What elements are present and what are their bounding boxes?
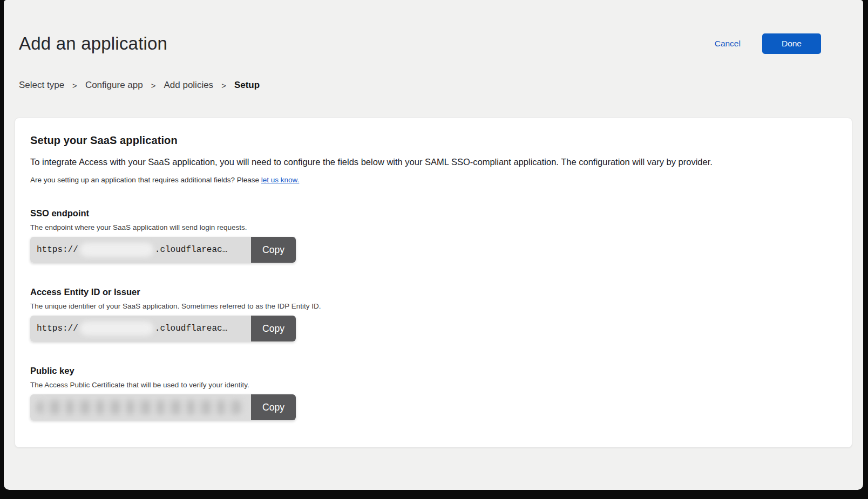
value-prefix: https:// — [37, 324, 78, 333]
card-heading: Setup your SaaS application — [30, 134, 837, 147]
entity-id-value-row: https:// .cloudflareac… Copy — [30, 316, 296, 341]
public-key-group: Public key The Access Public Certificate… — [30, 366, 837, 420]
done-button[interactable]: Done — [762, 33, 821, 54]
breadcrumb-select-type[interactable]: Select type — [19, 80, 64, 91]
breadcrumb-setup[interactable]: Setup — [234, 80, 260, 91]
public-key-value[interactable] — [30, 394, 251, 420]
page-title: Add an application — [19, 33, 821, 54]
copy-button[interactable]: Copy — [251, 237, 296, 263]
value-suffix: .cloudflareac… — [155, 324, 227, 333]
field-label: Public key — [30, 366, 837, 376]
cancel-button[interactable]: Cancel — [715, 39, 741, 49]
breadcrumb-add-policies[interactable]: Add policies — [164, 80, 213, 91]
field-description: The endpoint where your SaaS application… — [30, 223, 837, 231]
setup-card: Setup your SaaS application To integrate… — [15, 118, 852, 448]
value-prefix: https:// — [37, 245, 78, 255]
field-description: The Access Public Certificate that will … — [30, 381, 837, 389]
entity-id-value[interactable]: https:// .cloudflareac… — [30, 316, 251, 341]
app-window: Add an application Cancel Done Select ty… — [4, 0, 863, 490]
field-label: Access Entity ID or Issuer — [30, 287, 837, 297]
field-label: SSO endpoint — [30, 208, 837, 218]
copy-button[interactable]: Copy — [251, 316, 296, 341]
value-suffix: .cloudflareac… — [155, 245, 227, 255]
page-header: Add an application Cancel Done — [4, 0, 863, 54]
let-us-know-link[interactable]: let us know. — [261, 176, 300, 184]
redacted-text — [80, 243, 153, 257]
breadcrumb-separator: > — [151, 81, 156, 90]
card-note: Are you setting up an application that r… — [30, 176, 837, 184]
field-description: The unique identifier of your SaaS appli… — [30, 302, 837, 310]
sso-endpoint-group: SSO endpoint The endpoint where your Saa… — [30, 208, 837, 263]
breadcrumb-separator: > — [221, 81, 226, 90]
note-text: Are you setting up an application that r… — [30, 176, 259, 184]
sso-endpoint-value[interactable]: https:// .cloudflareac… — [30, 237, 251, 263]
entity-id-group: Access Entity ID or Issuer The unique id… — [30, 287, 837, 341]
redacted-text — [37, 400, 243, 414]
copy-button[interactable]: Copy — [251, 394, 296, 420]
header-actions: Cancel Done — [715, 33, 821, 54]
sso-endpoint-value-row: https:// .cloudflareac… Copy — [30, 237, 296, 263]
public-key-value-row: Copy — [30, 394, 296, 420]
breadcrumb-configure-app[interactable]: Configure app — [85, 80, 143, 91]
breadcrumb: Select type > Configure app > Add polici… — [4, 80, 863, 91]
breadcrumb-separator: > — [72, 81, 77, 90]
card-intro: To integrate Access with your SaaS appli… — [30, 156, 837, 168]
redacted-text — [80, 322, 153, 336]
